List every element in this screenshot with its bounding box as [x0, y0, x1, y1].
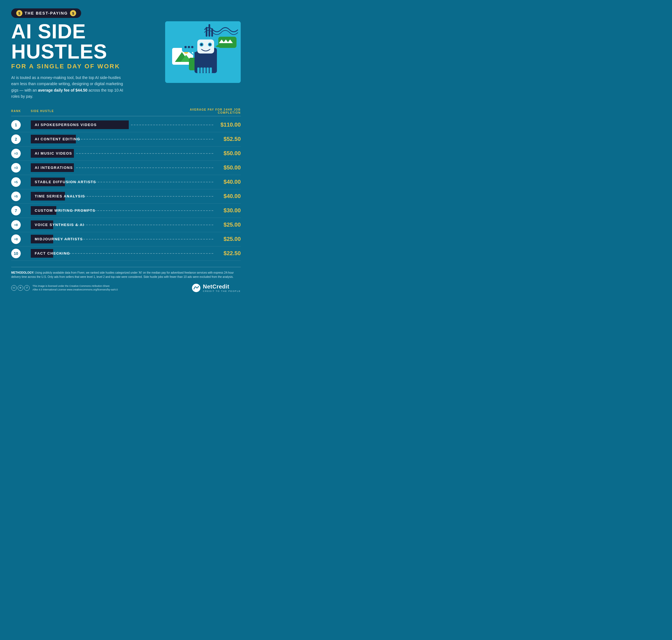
svg-point-15 — [209, 43, 211, 46]
rank-badge: =5 — [11, 192, 21, 201]
rank-badge: =3 — [11, 163, 21, 173]
methodology: METHODOLOGY: Using publicly available da… — [11, 267, 241, 279]
dashed-line — [59, 210, 213, 211]
sa-icon: ↺ — [24, 285, 30, 291]
brand-tagline: CREDIT TO THE PEOPLE — [203, 290, 241, 292]
cc-line1: This image is licensed under the Creativ… — [32, 284, 118, 288]
top-left: AI SIDE HUSTLES FOR A SINGLE DAY OF WORK… — [11, 21, 157, 100]
rank-badge: 1 — [11, 120, 21, 130]
bar-label: MIDJOURNEY ARTISTS — [31, 235, 53, 243]
hustle-col: AI SPOKESPERSONS VIDEOS — [31, 120, 215, 129]
by-icon: ⊕ — [18, 285, 23, 291]
table-row: =8MIDJOURNEY ARTISTS$25.00 — [11, 232, 241, 246]
hustle-col: MIDJOURNEY ARTISTS — [31, 235, 215, 243]
rank-badge: =3 — [11, 149, 21, 158]
hustle-col: VOICE SYNTHESIS & AI — [31, 220, 215, 229]
hustle-col: TIME SERIES ANALYSIS — [31, 192, 215, 201]
dashed-line — [56, 253, 213, 254]
svg-rect-18 — [204, 68, 206, 73]
bar-label: AI CONTENT EDITING — [31, 135, 76, 143]
pay-col: $40.00 — [215, 179, 241, 185]
description: AI is touted as a money-making tool, but… — [11, 74, 129, 100]
methodology-label: METHODOLOGY: — [11, 271, 34, 274]
main-title-line2: HUSTLES — [11, 40, 107, 63]
table-row: 10FACT CHECKING$22.50 — [11, 246, 241, 261]
dollar-icon-right: $ — [70, 10, 76, 16]
svg-rect-19 — [207, 68, 209, 73]
table-row: =5STABLE DIFFUSION ARTISTS$40.00 — [11, 175, 241, 189]
hustle-col: AI MUSIC VIDEOS — [31, 149, 215, 158]
bar-label: AI INTEGRATIONS — [31, 163, 74, 172]
svg-rect-20 — [210, 68, 212, 73]
badge-text: THE BEST-PAYING — [25, 11, 68, 15]
svg-rect-16 — [197, 68, 199, 73]
svg-point-23 — [184, 46, 187, 48]
rank-col: =3 — [11, 149, 31, 158]
svg-point-24 — [188, 46, 190, 48]
table-row: =8VOICE SYNTHESIS & AI$25.00 — [11, 218, 241, 232]
dashed-line — [56, 239, 213, 239]
hustle-col: STABLE DIFFUSION ARTISTS — [31, 178, 215, 186]
main-title-line1: AI SIDE — [11, 20, 86, 43]
dashed-line — [76, 168, 213, 168]
bar-label: AI SPOKESPERSONS VIDEOS — [31, 120, 129, 129]
table-section: RANK SIDE HUSTLE AVERAGE PAY FOR 24HR JO… — [11, 106, 241, 261]
col-hustle-header: SIDE HUSTLE — [31, 110, 185, 113]
methodology-text: Using publicly available data from Fiver… — [11, 271, 234, 278]
table-rows-container: 1AI SPOKESPERSONS VIDEOS$110.002AI CONTE… — [11, 118, 241, 261]
pay-col: $52.50 — [215, 136, 241, 142]
rank-col: =5 — [11, 177, 31, 187]
top-section: AI SIDE HUSTLES FOR A SINGLE DAY OF WORK… — [11, 21, 241, 100]
illustration: ♪ — [165, 21, 241, 83]
svg-point-25 — [191, 46, 193, 48]
pay-col: $25.00 — [215, 236, 241, 242]
pay-col: $50.00 — [215, 150, 241, 157]
pay-col: $40.00 — [215, 193, 241, 200]
rank-col: 10 — [11, 249, 31, 258]
pay-col: $30.00 — [215, 207, 241, 214]
main-title: AI SIDE HUSTLES — [11, 21, 157, 62]
rank-col: =8 — [11, 220, 31, 230]
svg-rect-2 — [209, 24, 210, 37]
bar-label: TIME SERIES ANALYSIS — [31, 192, 65, 201]
col-pay-header: AVERAGE PAY FOR 24HR JOB COMPLETION — [185, 108, 241, 114]
rank-col: =8 — [11, 234, 31, 244]
dashed-line — [131, 125, 213, 125]
bar-label: CUSTOM WRITING PROMPTS — [31, 206, 56, 215]
brand-name: NetCredit — [203, 283, 241, 290]
netcredit-logo: NetCredit CREDIT TO THE PEOPLE — [192, 283, 241, 292]
footer: cc ⊕ ↺ This image is licensed under the … — [11, 283, 241, 292]
netcredit-text: NetCredit CREDIT TO THE PEOPLE — [203, 283, 241, 292]
rank-badge: 7 — [11, 206, 21, 215]
dashed-line — [56, 224, 213, 225]
dollar-icon-left: $ — [16, 10, 23, 16]
rank-col: 7 — [11, 206, 31, 215]
table-row: =3AI MUSIC VIDEOS$50.00 — [11, 146, 241, 161]
table-row: 7CUSTOM WRITING PROMPTS$30.00 — [11, 204, 241, 218]
rank-col: 2 — [11, 134, 31, 144]
bar-label: VOICE SYNTHESIS & AI — [31, 220, 53, 229]
table-row: 2AI CONTENT EDITING$52.50 — [11, 132, 241, 146]
rank-badge: 10 — [11, 249, 21, 258]
rank-badge: =8 — [11, 234, 21, 244]
table-row: =3AI INTEGRATIONS$50.00 — [11, 161, 241, 175]
dashed-line — [67, 196, 213, 197]
rank-col: =5 — [11, 192, 31, 201]
cc-line2: Alike 4.0 International License www.crea… — [32, 288, 118, 292]
dashed-line — [76, 153, 213, 154]
cc-text: This image is licensed under the Creativ… — [32, 284, 118, 291]
pay-col: $110.00 — [215, 121, 241, 128]
rank-badge: =5 — [11, 177, 21, 187]
cc-license: cc ⊕ ↺ This image is licensed under the … — [11, 284, 118, 291]
svg-point-13 — [200, 43, 203, 46]
table-row: =5TIME SERIES ANALYSIS$40.00 — [11, 189, 241, 204]
subtitle: FOR A SINGLE DAY OF WORK — [11, 63, 157, 70]
hustle-col: AI INTEGRATIONS — [31, 163, 215, 172]
bar-label: FACT CHECKING — [31, 249, 53, 258]
pay-col: $25.00 — [215, 221, 241, 228]
dashed-line — [78, 139, 213, 140]
col-rank-header: RANK — [11, 110, 31, 113]
svg-rect-1 — [206, 27, 207, 37]
hustle-col: FACT CHECKING — [31, 249, 215, 258]
hustle-col: AI CONTENT EDITING — [31, 135, 215, 143]
